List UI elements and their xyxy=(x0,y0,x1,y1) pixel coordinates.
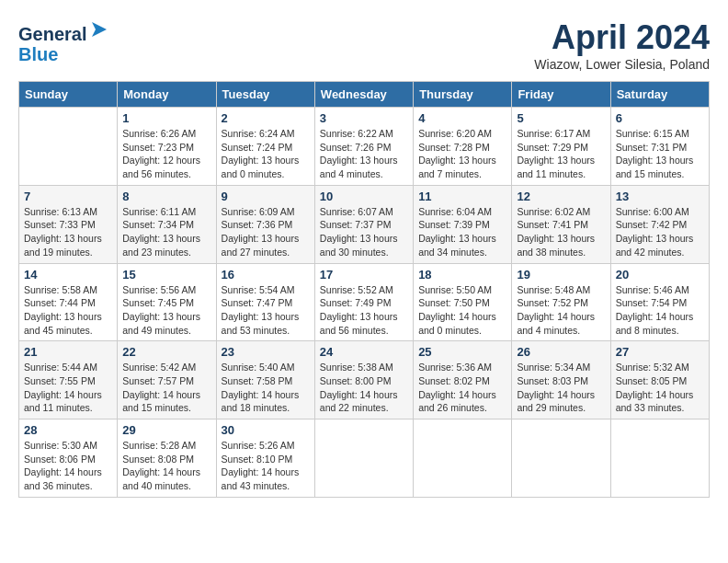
calendar-table: SundayMondayTuesdayWednesdayThursdayFrid… xyxy=(18,81,710,498)
day-info: Sunrise: 6:00 AM Sunset: 7:42 PM Dayligh… xyxy=(616,205,704,259)
day-info: Sunrise: 6:04 AM Sunset: 7:39 PM Dayligh… xyxy=(418,205,506,259)
day-cell: 4Sunrise: 6:20 AM Sunset: 7:28 PM Daylig… xyxy=(414,108,512,186)
day-info: Sunrise: 6:13 AM Sunset: 7:33 PM Dayligh… xyxy=(24,205,112,259)
logo-text: General xyxy=(18,18,110,44)
day-info: Sunrise: 6:26 AM Sunset: 7:23 PM Dayligh… xyxy=(122,127,210,181)
day-info: Sunrise: 5:28 AM Sunset: 8:08 PM Dayligh… xyxy=(122,439,210,493)
day-info: Sunrise: 5:30 AM Sunset: 8:06 PM Dayligh… xyxy=(24,439,112,493)
day-number: 1 xyxy=(122,111,210,125)
day-number: 14 xyxy=(24,268,112,282)
week-row-2: 7Sunrise: 6:13 AM Sunset: 7:33 PM Daylig… xyxy=(19,185,710,263)
day-info: Sunrise: 5:40 AM Sunset: 7:58 PM Dayligh… xyxy=(222,361,310,415)
day-number: 23 xyxy=(222,345,310,359)
day-cell: 10Sunrise: 6:07 AM Sunset: 7:37 PM Dayli… xyxy=(314,185,413,263)
day-number: 30 xyxy=(222,423,310,437)
week-row-3: 14Sunrise: 5:58 AM Sunset: 7:44 PM Dayli… xyxy=(19,263,710,341)
day-cell: 6Sunrise: 6:15 AM Sunset: 7:31 PM Daylig… xyxy=(610,108,709,186)
day-info: Sunrise: 6:07 AM Sunset: 7:37 PM Dayligh… xyxy=(320,205,408,259)
day-cell xyxy=(314,419,413,498)
day-number: 28 xyxy=(24,423,112,437)
day-cell: 27Sunrise: 5:32 AM Sunset: 8:05 PM Dayli… xyxy=(610,341,709,419)
day-info: Sunrise: 5:50 AM Sunset: 7:50 PM Dayligh… xyxy=(418,283,506,338)
day-cell: 14Sunrise: 5:58 AM Sunset: 7:44 PM Dayli… xyxy=(19,263,118,341)
day-number: 7 xyxy=(24,190,112,203)
day-info: Sunrise: 5:34 AM Sunset: 8:03 PM Dayligh… xyxy=(517,361,605,415)
day-info: Sunrise: 5:42 AM Sunset: 7:57 PM Dayligh… xyxy=(122,361,210,415)
day-number: 18 xyxy=(418,268,506,282)
day-number: 16 xyxy=(222,268,310,282)
svg-marker-0 xyxy=(92,22,107,37)
location: Wiazow, Lower Silesia, Poland xyxy=(534,57,710,72)
day-cell: 8Sunrise: 6:11 AM Sunset: 7:34 PM Daylig… xyxy=(118,185,216,263)
day-cell: 2Sunrise: 6:24 AM Sunset: 7:24 PM Daylig… xyxy=(216,108,314,186)
day-info: Sunrise: 5:48 AM Sunset: 7:52 PM Dayligh… xyxy=(517,283,605,338)
day-number: 29 xyxy=(122,423,210,437)
col-header-wednesday: Wednesday xyxy=(314,82,413,108)
col-header-sunday: Sunday xyxy=(19,82,118,108)
day-info: Sunrise: 5:32 AM Sunset: 8:05 PM Dayligh… xyxy=(616,361,704,415)
header-row: SundayMondayTuesdayWednesdayThursdayFrid… xyxy=(19,82,710,108)
week-row-5: 28Sunrise: 5:30 AM Sunset: 8:06 PM Dayli… xyxy=(19,419,710,498)
day-cell: 15Sunrise: 5:56 AM Sunset: 7:45 PM Dayli… xyxy=(118,263,216,341)
logo-general: General xyxy=(18,24,86,44)
day-cell: 12Sunrise: 6:02 AM Sunset: 7:41 PM Dayli… xyxy=(512,185,610,263)
day-cell: 13Sunrise: 6:00 AM Sunset: 7:42 PM Dayli… xyxy=(610,185,709,263)
day-number: 22 xyxy=(122,345,210,359)
day-cell: 5Sunrise: 6:17 AM Sunset: 7:29 PM Daylig… xyxy=(512,108,610,186)
day-number: 24 xyxy=(320,345,408,359)
day-number: 12 xyxy=(517,190,605,203)
day-info: Sunrise: 6:17 AM Sunset: 7:29 PM Dayligh… xyxy=(517,127,605,181)
col-header-monday: Monday xyxy=(118,82,216,108)
day-number: 6 xyxy=(616,111,704,125)
day-info: Sunrise: 5:46 AM Sunset: 7:54 PM Dayligh… xyxy=(616,283,704,338)
day-info: Sunrise: 5:58 AM Sunset: 7:44 PM Dayligh… xyxy=(24,283,112,338)
col-header-thursday: Thursday xyxy=(414,82,512,108)
day-number: 17 xyxy=(320,268,408,282)
day-number: 15 xyxy=(122,268,210,282)
day-number: 26 xyxy=(517,345,605,359)
day-number: 20 xyxy=(616,268,704,282)
day-number: 21 xyxy=(24,345,112,359)
logo: General Blue xyxy=(18,18,110,64)
day-info: Sunrise: 5:52 AM Sunset: 7:49 PM Dayligh… xyxy=(320,283,408,338)
day-info: Sunrise: 5:38 AM Sunset: 8:00 PM Dayligh… xyxy=(320,361,408,415)
day-info: Sunrise: 5:44 AM Sunset: 7:55 PM Dayligh… xyxy=(24,361,112,415)
day-info: Sunrise: 6:20 AM Sunset: 7:28 PM Dayligh… xyxy=(418,127,506,181)
day-cell xyxy=(512,419,610,498)
day-cell: 24Sunrise: 5:38 AM Sunset: 8:00 PM Dayli… xyxy=(314,341,413,419)
day-cell: 29Sunrise: 5:28 AM Sunset: 8:08 PM Dayli… xyxy=(118,419,216,498)
day-info: Sunrise: 5:54 AM Sunset: 7:47 PM Dayligh… xyxy=(222,283,310,338)
col-header-friday: Friday xyxy=(512,82,610,108)
day-cell: 18Sunrise: 5:50 AM Sunset: 7:50 PM Dayli… xyxy=(414,263,512,341)
day-info: Sunrise: 6:22 AM Sunset: 7:26 PM Dayligh… xyxy=(320,127,408,181)
day-number: 13 xyxy=(616,190,704,203)
day-cell: 21Sunrise: 5:44 AM Sunset: 7:55 PM Dayli… xyxy=(19,341,118,419)
day-info: Sunrise: 6:09 AM Sunset: 7:36 PM Dayligh… xyxy=(222,205,310,259)
day-cell xyxy=(414,419,512,498)
day-info: Sunrise: 6:24 AM Sunset: 7:24 PM Dayligh… xyxy=(222,127,310,181)
day-number: 8 xyxy=(122,190,210,203)
day-number: 19 xyxy=(517,268,605,282)
day-info: Sunrise: 5:56 AM Sunset: 7:45 PM Dayligh… xyxy=(122,283,210,338)
day-cell: 23Sunrise: 5:40 AM Sunset: 7:58 PM Dayli… xyxy=(216,341,314,419)
page-header: General Blue April 2024 Wiazow, Lower Si… xyxy=(18,18,710,72)
day-cell: 19Sunrise: 5:48 AM Sunset: 7:52 PM Dayli… xyxy=(512,263,610,341)
day-cell xyxy=(610,419,709,498)
week-row-4: 21Sunrise: 5:44 AM Sunset: 7:55 PM Dayli… xyxy=(19,341,710,419)
day-cell: 1Sunrise: 6:26 AM Sunset: 7:23 PM Daylig… xyxy=(118,108,216,186)
day-info: Sunrise: 6:11 AM Sunset: 7:34 PM Dayligh… xyxy=(122,205,210,259)
title-block: April 2024 Wiazow, Lower Silesia, Poland xyxy=(534,18,710,72)
day-number: 25 xyxy=(418,345,506,359)
day-cell: 28Sunrise: 5:30 AM Sunset: 8:06 PM Dayli… xyxy=(19,419,118,498)
logo-blue: Blue xyxy=(18,44,110,64)
day-cell: 22Sunrise: 5:42 AM Sunset: 7:57 PM Dayli… xyxy=(118,341,216,419)
day-number: 2 xyxy=(222,111,310,125)
col-header-saturday: Saturday xyxy=(610,82,709,108)
day-info: Sunrise: 6:02 AM Sunset: 7:41 PM Dayligh… xyxy=(517,205,605,259)
day-cell xyxy=(19,108,118,186)
day-cell: 17Sunrise: 5:52 AM Sunset: 7:49 PM Dayli… xyxy=(314,263,413,341)
day-number: 10 xyxy=(320,190,408,203)
week-row-1: 1Sunrise: 6:26 AM Sunset: 7:23 PM Daylig… xyxy=(19,108,710,186)
day-info: Sunrise: 6:15 AM Sunset: 7:31 PM Dayligh… xyxy=(616,127,704,181)
day-number: 3 xyxy=(320,111,408,125)
